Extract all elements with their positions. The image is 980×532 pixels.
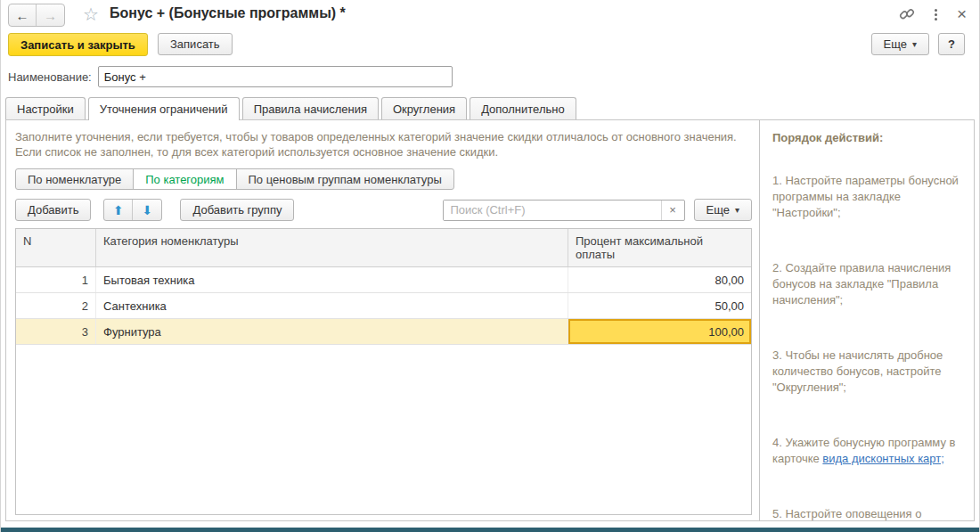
help-button[interactable]: ?: [938, 33, 965, 55]
step-4: 4. Укажите бонусную программу в карточке…: [772, 435, 960, 467]
name-field-row: Наименование:: [8, 65, 453, 88]
step-3-text: 3. Чтобы не начислять дробное количество…: [772, 348, 943, 394]
tab-settings[interactable]: Настройки: [5, 97, 86, 119]
category-cell[interactable]: Бытовая техника: [96, 267, 568, 292]
search-box: ×: [443, 200, 685, 221]
bonus-program-window: ← → ☆ Бонус + (Бонусные программы) * × З…: [0, 0, 980, 532]
row-number: 3: [16, 319, 96, 344]
column-header-n[interactable]: N: [16, 229, 96, 266]
hint-text: Заполните уточнения, если требуется, что…: [15, 129, 752, 160]
subtab-by-nomenclature[interactable]: По номенклатуре: [15, 168, 134, 190]
forward-icon: →: [44, 8, 57, 23]
table-row-selected[interactable]: 3 Фурнитура 100,00: [16, 319, 751, 345]
step-5-text: 5. Настройте оповещения о начислениях и …: [772, 507, 922, 520]
action-order-panel: Порядок действий: 1. Настройте параметры…: [760, 120, 974, 520]
back-button[interactable]: ←: [9, 4, 37, 26]
more-button-top[interactable]: Еще: [871, 33, 929, 55]
tab-accrual-rules[interactable]: Правила начисления: [242, 97, 379, 119]
save-and-close-button[interactable]: Записать и закрыть: [8, 33, 148, 56]
save-button[interactable]: Записать: [158, 33, 233, 55]
tab-restriction-refinements[interactable]: Уточнения ограничений: [88, 97, 240, 120]
panel-title: Порядок действий:: [772, 131, 960, 144]
tab-bar: Настройки Уточнения ограничений Правила …: [5, 97, 576, 119]
row-number: 1: [16, 267, 96, 292]
category-cell[interactable]: Фурнитура: [96, 319, 568, 344]
main-pane: Заполните уточнения, если требуется, что…: [6, 120, 760, 520]
step-2-text: 2. Создайте правила начисления бонусов н…: [772, 261, 951, 307]
window-bottom-edge: [1, 528, 979, 532]
row-number: 2: [16, 293, 96, 318]
grid-command-bar: Добавить ⬆ ⬇ Добавить группу × Еще: [15, 199, 752, 221]
subtab-by-price-groups[interactable]: По ценовым группам номенклатуры: [236, 168, 454, 190]
form-command-bar: Записать и закрыть Записать Еще ?: [1, 30, 979, 59]
window-header: ← → ☆ Бонус + (Бонусные программы) * ×: [1, 0, 979, 29]
step-5: 5. Настройте оповещения о начислениях и …: [772, 506, 960, 520]
table-header-row: N Категория номенклатуры Процент максима…: [16, 229, 751, 267]
tab-content: Заполните уточнения, если требуется, что…: [5, 119, 975, 521]
back-icon: ←: [16, 8, 29, 23]
categories-table: N Категория номенклатуры Процент максима…: [15, 228, 752, 515]
move-buttons: ⬆ ⬇: [103, 199, 162, 221]
step-1-text: 1. Настройте параметры бонусной программ…: [772, 174, 959, 219]
search-clear-icon[interactable]: ×: [661, 201, 684, 220]
table-row[interactable]: 1 Бытовая техника 80,00: [16, 267, 751, 293]
category-cell[interactable]: Сантехника: [96, 293, 568, 318]
tab-rounding[interactable]: Округления: [381, 97, 467, 119]
table-empty-area: [16, 345, 751, 514]
forward-button[interactable]: →: [37, 4, 64, 26]
step-2: 2. Создайте правила начисления бонусов н…: [772, 260, 960, 308]
move-up-icon[interactable]: ⬆: [104, 200, 133, 220]
step-3: 3. Чтобы не начислять дробное количество…: [772, 348, 960, 396]
percent-cell-active[interactable]: 100,00: [568, 319, 751, 344]
favorite-star-icon[interactable]: ☆: [83, 4, 99, 25]
column-header-percent[interactable]: Процент максимальной оплаты: [568, 229, 751, 266]
step-1: 1. Настройте параметры бонусной программ…: [772, 173, 960, 221]
search-input[interactable]: [444, 201, 661, 220]
subtab-by-categories[interactable]: По категориям: [133, 168, 236, 190]
name-input[interactable]: [98, 66, 453, 87]
more-menu-icon[interactable]: [935, 5, 937, 23]
refinement-type-switch: По номенклатуре По категориям По ценовым…: [15, 168, 454, 190]
add-button[interactable]: Добавить: [15, 199, 91, 221]
link-icon[interactable]: [899, 5, 915, 23]
table-row[interactable]: 2 Сантехника 50,00: [16, 293, 751, 319]
page-title: Бонус + (Бонусные программы) *: [110, 5, 346, 21]
history-nav: ← →: [8, 4, 65, 27]
more-button-grid[interactable]: Еще: [694, 199, 752, 221]
move-down-icon[interactable]: ⬇: [133, 200, 161, 220]
percent-cell[interactable]: 50,00: [568, 293, 751, 318]
discount-card-type-link[interactable]: вида дисконтных карт;: [822, 452, 944, 465]
add-group-button[interactable]: Добавить группу: [180, 199, 294, 221]
hint-line-1: Заполните уточнения, если требуется, что…: [15, 129, 752, 144]
header-icons: ×: [899, 5, 967, 23]
column-header-category[interactable]: Категория номенклатуры: [96, 229, 568, 266]
close-icon[interactable]: ×: [957, 5, 967, 23]
tab-additional[interactable]: Дополнительно: [470, 97, 576, 119]
percent-cell[interactable]: 80,00: [568, 267, 751, 292]
hint-line-2: Если список не заполнен, то для всех кат…: [15, 144, 752, 160]
name-label: Наименование:: [8, 70, 92, 84]
